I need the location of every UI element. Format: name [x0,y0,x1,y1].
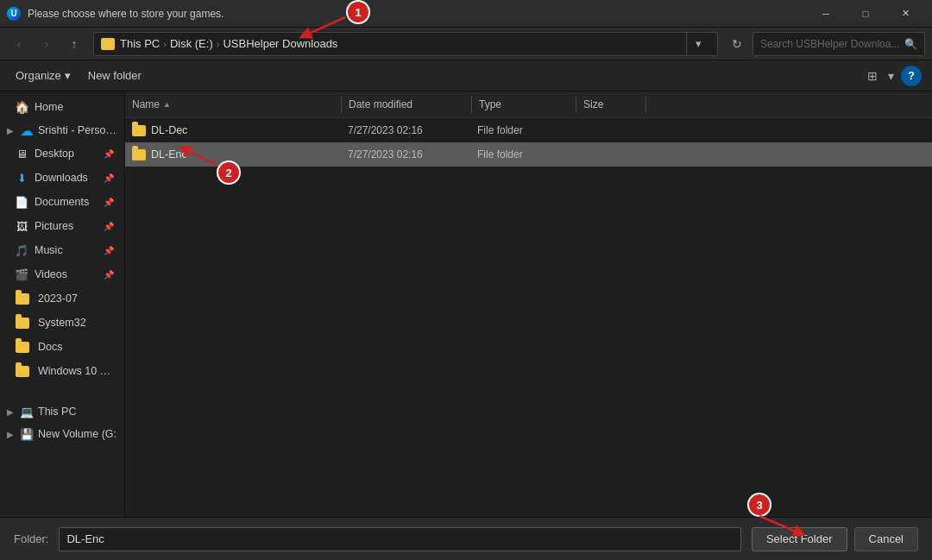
close-button[interactable]: ✕ [885,0,925,28]
address-bar[interactable]: This PC › Disk (E:) › USBHelper Download… [93,32,718,56]
forward-button[interactable]: › [35,32,59,56]
new-folder-label: New folder [88,69,142,82]
thispc-icon: 💻 [19,404,35,419]
sidebar-windows10-label: Windows 10 us... [38,365,114,377]
folder-icon-docs [16,342,29,353]
sidebar-item-desktop[interactable]: 🖥 Desktop 📌 [3,142,121,166]
file-name-cell: DL-Dec [125,121,341,140]
minimize-button[interactable]: ─ [806,0,846,28]
file-list-header: Name ▲ Date modified Type Size [125,91,932,118]
sort-arrow-icon: ▲ [163,100,171,109]
pin-icon-downloads: 📌 [104,173,114,183]
thispc-expand-icon: ▶ [7,407,14,417]
row-folder-icon-enc [132,149,146,160]
folder-icon-windows10 [16,366,29,377]
up-button[interactable]: ↑ [62,32,86,56]
sidebar-desktop-label: Desktop [35,148,98,160]
col-header-date[interactable]: Date modified [342,95,471,114]
documents-icon: 📄 [14,194,29,210]
maximize-button[interactable]: □ [846,0,885,28]
organize-button[interactable]: Organize ▾ [10,66,76,85]
sidebar-docs-label: Docs [38,341,114,353]
downloads-icon: ⬇ [14,170,29,186]
col-header-size[interactable]: Size [576,95,645,114]
file-list: DL-Dec 7/27/2023 02:16 File folder DL-En… [125,118,932,517]
folder-icon [101,38,115,50]
nav-bar: ‹ › ↑ This PC › Disk (E:) › USBHelper Do… [0,28,932,60]
toolbar: Organize ▾ New folder ⊞ ▾ ? [0,60,932,91]
sidebar-documents-label: Documents [35,196,98,208]
main-content: 🏠 Home ▶ ☁ Srishti - Persona 🖥 Desktop 📌… [0,91,932,517]
new-folder-button[interactable]: New folder [83,66,147,85]
sidebar-item-pictures[interactable]: 🖼 Pictures 📌 [3,214,121,238]
file-size-cell [574,151,643,158]
back-button[interactable]: ‹ [7,32,31,56]
pin-icon: 📌 [104,149,114,159]
toolbar-right: ⊞ ▾ ? [864,66,922,86]
col-name-label: Name [132,98,160,110]
sidebar-group-thispc[interactable]: ▶ 💻 This PC [0,400,124,423]
dialog-title: Please choose where to store your games. [28,8,806,20]
file-date-cell: 7/27/2023 02:16 [341,145,470,164]
folder-icon-system32 [16,318,29,329]
search-placeholder: Search USBHelper Downloa... [760,38,899,50]
crumb-usbhelper: USBHelper Downloads [223,37,337,50]
cancel-button[interactable]: Cancel [854,527,918,551]
pin-icon-pictures: 📌 [104,222,114,231]
col-header-type[interactable]: Type [472,95,576,114]
pin-icon-docs: 📌 [104,198,114,207]
search-bar[interactable]: Search USBHelper Downloa... 🔍 [753,32,925,56]
col-date-label: Date modified [349,98,412,110]
organize-label: Organize [16,69,61,82]
col-type-label: Type [479,98,501,110]
folder-label: Folder: [14,532,48,545]
sidebar-item-documents[interactable]: 📄 Documents 📌 [3,190,121,214]
file-name-text: DL-Enc [151,148,187,160]
view-dropdown-button[interactable]: ▾ [885,66,897,86]
search-icon: 🔍 [904,38,917,50]
col-size-label: Size [583,98,603,110]
col-header-name[interactable]: Name ▲ [125,95,341,114]
sidebar-item-videos[interactable]: 🎬 Videos 📌 [3,262,121,286]
sidebar-item-windows10[interactable]: Windows 10 us... [3,359,121,383]
sidebar-system32-label: System32 [38,317,114,329]
sidebar-item-label: Home [35,101,114,113]
refresh-button[interactable]: ↻ [725,32,749,56]
sidebar-item-2023-07[interactable]: 2023-07 [3,286,121,311]
pin-icon-videos: 📌 [104,270,114,280]
sidebar-item-system32[interactable]: System32 [3,311,121,335]
footer-buttons: Select Folder Cancel [752,527,918,551]
music-icon: 🎵 [14,242,29,258]
folder-icon-2023 [16,293,29,305]
file-type-cell: File folder [470,145,574,164]
expand-icon: ▶ [7,126,14,135]
file-type-cell: File folder [470,121,574,140]
file-name-text: DL-Dec [151,124,187,136]
pictures-icon: 🖼 [14,218,29,234]
sidebar-item-downloads[interactable]: ⬇ Downloads 📌 [3,166,121,190]
view-toggle-button[interactable]: ⊞ [864,66,881,86]
address-crumb: This PC › Disk (E:) › USBHelper Download… [101,37,337,50]
sidebar-2023-label: 2023-07 [38,293,114,305]
sidebar-newvolume-label: New Volume (G: [38,428,117,440]
sidebar-pictures-label: Pictures [35,220,98,232]
sidebar-item-docs[interactable]: Docs [3,335,121,359]
table-row[interactable]: DL-Dec 7/27/2023 02:16 File folder [125,118,932,142]
row-folder-icon [132,125,146,136]
sidebar-thispc-label: This PC [38,406,117,418]
sidebar-item-music[interactable]: 🎵 Music 📌 [3,238,121,262]
help-button[interactable]: ? [901,66,922,86]
sidebar-group-onedrive[interactable]: ▶ ☁ Srishti - Persona [0,119,124,142]
title-bar: U Please choose where to store your game… [0,0,932,28]
select-folder-button[interactable]: Select Folder [752,527,847,551]
crumb-disk: Disk (E:) [170,37,213,50]
folder-input[interactable] [59,527,740,551]
app-icon: U [7,7,21,21]
file-date-cell: 7/27/2023 02:16 [341,121,470,140]
sidebar-group-newvolume[interactable]: ▶ 💾 New Volume (G: [0,423,124,445]
sidebar-videos-label: Videos [35,268,98,280]
table-row[interactable]: DL-Enc 7/27/2023 02:16 File folder [125,142,932,167]
newvolume-expand-icon: ▶ [7,430,14,439]
address-dropdown-button[interactable]: ▾ [686,32,710,56]
sidebar-item-home[interactable]: 🏠 Home [3,95,121,119]
